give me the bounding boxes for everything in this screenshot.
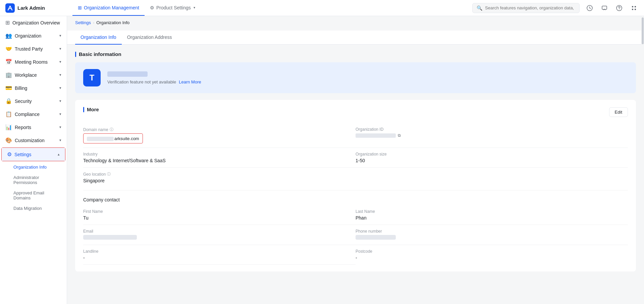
sidebar-item-compliance[interactable]: 📋 Compliance ▾ xyxy=(0,108,67,121)
sidebar-sub-item-admin-permissions[interactable]: Administrator Permissions xyxy=(0,172,67,188)
settings-icon: ⚙ xyxy=(7,151,12,158)
org-avatar: T xyxy=(83,69,101,86)
breadcrumb: Settings › Organization Info xyxy=(67,16,644,25)
sidebar-sub-item-data-migration[interactable]: Data Migration xyxy=(0,203,67,214)
svg-rect-8 xyxy=(635,9,636,10)
lark-logo-icon xyxy=(5,3,15,13)
more-header: More Edit xyxy=(83,107,628,118)
sidebar-sub-settings: Organization Info Administrator Permissi… xyxy=(0,162,67,214)
search-icon: 🔍 xyxy=(477,5,482,11)
chevron-icon: ▾ xyxy=(59,47,61,51)
page-tabs: Organization Info Organization Address xyxy=(67,31,644,45)
notification-icon xyxy=(586,5,593,11)
main-layout: ⊞ Organization Overview 👥 Organization ▾… xyxy=(0,16,644,304)
postcode-field: Postcode - xyxy=(356,245,628,265)
geo-location-label: Geo location ⓘ xyxy=(83,172,628,177)
org-size-label: Organization size xyxy=(356,152,628,157)
tab-org-management-label: Organization Management xyxy=(84,5,139,10)
sidebar-item-workplace[interactable]: 🏢 Workplace ▾ xyxy=(0,68,67,81)
sidebar-item-settings[interactable]: ⚙ Settings ▴ xyxy=(2,148,65,161)
phone-value xyxy=(356,235,628,241)
tab-org-address[interactable]: Organization Address xyxy=(122,31,177,45)
logo-text: Lark Admin xyxy=(17,5,45,11)
phone-label: Phone number xyxy=(356,229,628,234)
workplace-icon: 🏢 xyxy=(5,72,12,78)
org-id-blurred xyxy=(356,133,396,138)
sidebar-sub-item-org-info[interactable]: Organization Info xyxy=(0,162,67,172)
sidebar-item-trusted-party[interactable]: 🤝 Trusted Party ▾ xyxy=(0,42,67,55)
sidebar-item-organization-label: Organization xyxy=(15,33,41,39)
chevron-icon: ▾ xyxy=(59,73,61,77)
chevron-down-icon: ▾ xyxy=(194,6,195,9)
content-area: Settings › Organization Info Organizatio… xyxy=(67,16,644,304)
reports-icon: 📊 xyxy=(5,124,12,130)
org-name-blurred xyxy=(107,71,148,77)
learn-more-link[interactable]: Learn More xyxy=(179,79,201,84)
grid-icon-btn[interactable] xyxy=(629,3,639,13)
first-name-label: First Name xyxy=(83,209,356,214)
tab-org-info[interactable]: Organization Info xyxy=(75,31,122,45)
email-value xyxy=(83,235,356,241)
company-contact-title: Company contact xyxy=(83,193,628,205)
tab-product-settings[interactable]: ⚙ Product Settings ▾ xyxy=(145,0,201,16)
industry-label: Industry xyxy=(83,152,356,157)
sidebar-item-compliance-label: Compliance xyxy=(15,112,40,117)
notification-icon-btn[interactable] xyxy=(585,3,594,13)
geo-info-icon[interactable]: ⓘ xyxy=(107,172,111,177)
domain-suffix: arksuite.com xyxy=(114,136,139,141)
geo-location-value: Singapore xyxy=(83,178,628,183)
chevron-icon: ▾ xyxy=(59,34,61,38)
svg-rect-6 xyxy=(635,6,636,7)
chevron-icon: ▾ xyxy=(59,112,61,116)
more-section-card: More Edit Domain name ⓘ arksuite.com xyxy=(75,100,636,271)
last-name-value: Phan xyxy=(356,215,628,221)
more-section: More Edit Domain name ⓘ arksuite.com xyxy=(67,100,644,278)
domain-value-box: arksuite.com xyxy=(83,133,143,143)
org-id-field: Organization ID ⧉ xyxy=(356,123,628,148)
top-nav: Lark Admin ⊞ Organization Management ⚙ P… xyxy=(0,0,644,16)
tab-org-management[interactable]: ⊞ Organization Management xyxy=(72,0,145,16)
sidebar: ⊞ Organization Overview 👥 Organization ▾… xyxy=(0,16,67,304)
industry-value: Technology & Internet/Software & SaaS xyxy=(83,158,356,163)
more-title: More xyxy=(83,107,99,112)
meeting-rooms-icon: 📅 xyxy=(5,59,12,65)
org-size-field: Organization size 1-50 xyxy=(356,148,628,168)
edit-button[interactable]: Edit xyxy=(609,107,628,117)
chevron-icon: ▾ xyxy=(59,125,61,129)
breadcrumb-parent[interactable]: Settings xyxy=(75,20,91,25)
sidebar-item-billing[interactable]: 💳 Billing ▾ xyxy=(0,81,67,95)
product-settings-icon: ⚙ xyxy=(150,5,154,10)
search-bar[interactable]: 🔍 xyxy=(472,3,580,13)
sidebar-item-meeting-rooms[interactable]: 📅 Meeting Rooms ▾ xyxy=(0,55,67,68)
verification-text: Verification feature not yet available xyxy=(107,79,176,84)
sidebar-item-customization[interactable]: 🎨 Customization ▾ xyxy=(0,134,67,147)
sidebar-item-security[interactable]: 🔒 Security ▾ xyxy=(0,95,67,108)
svg-rect-5 xyxy=(632,6,633,7)
settings-active-wrapper: ⚙ Settings ▴ xyxy=(1,147,65,161)
sidebar-sub-item-approved-email[interactable]: Approved Email Domains xyxy=(0,188,67,203)
landline-value: - xyxy=(83,255,356,260)
sidebar-item-billing-label: Billing xyxy=(15,85,27,91)
domain-info-icon[interactable]: ⓘ xyxy=(110,127,113,132)
geo-location-field: Geo location ⓘ Singapore xyxy=(83,168,628,187)
scrollbar-thumb[interactable] xyxy=(642,17,644,44)
svg-rect-7 xyxy=(632,9,633,10)
sidebar-item-reports[interactable]: 📊 Reports ▾ xyxy=(0,121,67,134)
email-field: Email xyxy=(83,225,356,245)
message-icon xyxy=(601,5,608,11)
sidebar-item-organization[interactable]: 👥 Organization ▾ xyxy=(0,29,67,42)
phone-field: Phone number xyxy=(356,225,628,245)
search-input[interactable] xyxy=(485,5,575,10)
email-blurred xyxy=(83,235,137,240)
first-name-field: First Name Tu xyxy=(83,205,356,225)
right-scrollbar xyxy=(641,16,644,304)
basic-info-card: T Verification feature not yet available… xyxy=(75,62,636,93)
copy-icon[interactable]: ⧉ xyxy=(398,133,401,138)
first-name-value: Tu xyxy=(83,215,356,221)
basic-info-section: Basic information T Verification feature… xyxy=(67,45,644,100)
help-icon-btn[interactable] xyxy=(614,3,624,13)
sidebar-item-workplace-label: Workplace xyxy=(15,72,37,78)
sidebar-item-org-overview[interactable]: ⊞ Organization Overview xyxy=(0,16,67,29)
grid-icon xyxy=(631,5,637,11)
messages-icon-btn[interactable] xyxy=(600,3,609,13)
